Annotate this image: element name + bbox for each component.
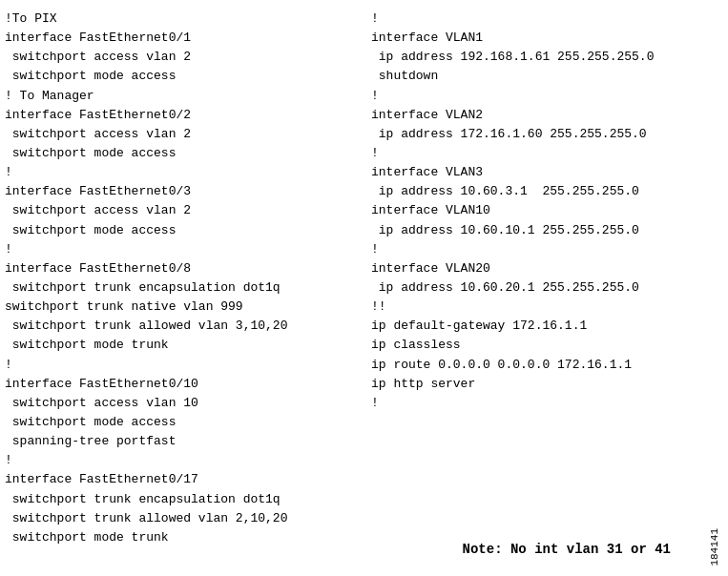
right-column: !interface VLAN1 ip address 192.168.1.61…	[362, 10, 718, 547]
code-line: switchport access vlan 2	[5, 48, 352, 67]
code-line: !	[371, 144, 718, 163]
code-line: switchport mode access	[5, 221, 352, 240]
note-text: Note: No int vlan 31 or 41	[463, 542, 671, 557]
code-line: switchport access vlan 10	[5, 394, 352, 413]
code-line: !	[5, 451, 352, 470]
code-line: ! To Manager	[5, 87, 352, 106]
code-line: switchport trunk encapsulation dot1q	[5, 278, 352, 298]
left-column: !To PIXinterface FastEthernet0/1 switchp…	[5, 10, 362, 547]
code-line: switchport mode access	[5, 67, 352, 86]
code-line: ip http server	[371, 375, 718, 394]
code-line: switchport trunk native vlan 999	[5, 298, 352, 317]
code-line: switchport trunk allowed vlan 3,10,20	[5, 317, 352, 336]
code-line: switchport mode access	[5, 413, 352, 432]
code-line: !!	[371, 298, 718, 317]
code-line: !	[371, 87, 718, 106]
code-line: !	[371, 394, 718, 413]
code-line: interface FastEthernet0/3	[5, 182, 352, 201]
code-line: interface VLAN10	[371, 201, 718, 220]
code-line: switchport trunk allowed vlan 2,10,20	[5, 509, 352, 528]
code-line: !	[371, 10, 718, 29]
watermark-text: 184141	[709, 528, 720, 566]
code-line: ip default-gateway 172.16.1.1	[371, 317, 718, 336]
code-line: interface FastEthernet0/2	[5, 106, 352, 125]
code-line: shutdown	[371, 67, 718, 86]
code-line: ip address 172.16.1.60 255.255.255.0	[371, 125, 718, 144]
code-line: ip address 192.168.1.61 255.255.255.0	[371, 48, 718, 67]
code-line: switchport access vlan 2	[5, 125, 352, 144]
code-line: ip address 10.60.20.1 255.255.255.0	[371, 278, 718, 298]
code-line: interface FastEthernet0/8	[5, 259, 352, 278]
code-line: switchport mode trunk	[5, 336, 352, 355]
code-line: switchport access vlan 2	[5, 201, 352, 220]
code-line: interface FastEthernet0/1	[5, 29, 352, 48]
code-line: !To PIX	[5, 10, 352, 29]
code-line: ip address 10.60.10.1 255.255.255.0	[371, 221, 718, 240]
code-line: interface VLAN1	[371, 29, 718, 48]
code-line: ip address 10.60.3.1 255.255.255.0	[371, 182, 718, 201]
code-line: ip classless	[371, 336, 718, 355]
code-line: spanning-tree portfast	[5, 432, 352, 451]
code-line: !	[5, 163, 352, 182]
code-line: ip route 0.0.0.0 0.0.0.0 172.16.1.1	[371, 356, 718, 375]
code-line: interface FastEthernet0/17	[5, 470, 352, 489]
code-line: switchport mode access	[5, 144, 352, 163]
code-line: switchport mode trunk	[5, 528, 352, 547]
code-line: interface VLAN20	[371, 259, 718, 278]
code-line: interface VLAN3	[371, 163, 718, 182]
code-line: interface VLAN2	[371, 106, 718, 125]
code-line: !	[5, 356, 352, 375]
code-line: !	[371, 240, 718, 259]
code-line: interface FastEthernet0/10	[5, 375, 352, 394]
code-line: !	[5, 240, 352, 259]
code-line: switchport trunk encapsulation dot1q	[5, 490, 352, 509]
